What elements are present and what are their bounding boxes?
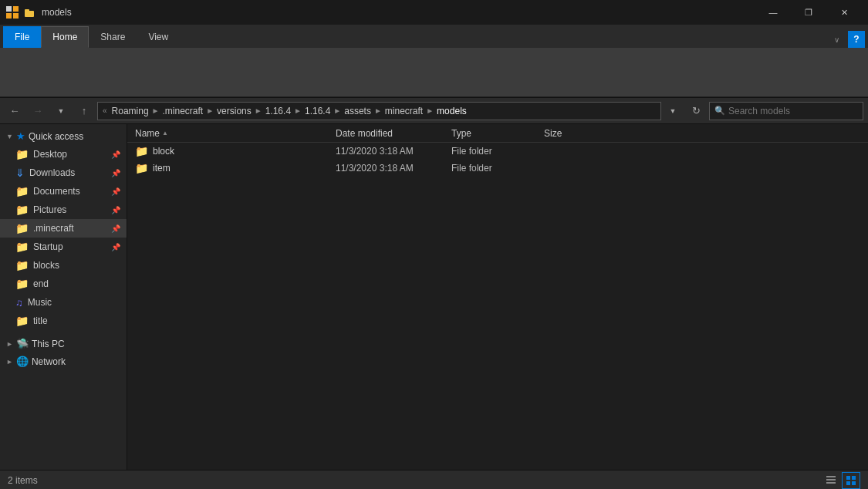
sidebar-item-downloads[interactable]: ⇓ Downloads 📌: [0, 164, 127, 182]
forward-button[interactable]: →: [28, 101, 48, 121]
pc-icon: 🛸: [16, 338, 29, 349]
tab-share[interactable]: Share: [89, 26, 137, 48]
maximize-button[interactable]: ❐: [791, 0, 826, 25]
sidebar-item-blocks[interactable]: 📁 blocks: [0, 256, 127, 275]
file-row-item[interactable]: 📁 item 11/3/2020 3:18 AM File folder: [127, 160, 868, 177]
tab-file[interactable]: File: [3, 26, 41, 48]
sidebar-item-documents-label: Documents: [33, 186, 80, 197]
sidebar-section-quick-access[interactable]: ▼ ★ Quick access: [0, 127, 127, 145]
large-icons-view-icon: [846, 475, 856, 486]
sidebar-item-blocks-label: blocks: [33, 260, 59, 271]
status-view-icons: [822, 472, 860, 489]
sidebar-section-network[interactable]: ► 🌐 Network: [0, 352, 127, 370]
startup-pin-icon: 📌: [111, 243, 120, 251]
ribbon-tabs: File Home Share View ∨ ?: [0, 25, 868, 48]
sort-asc-icon: ▲: [162, 130, 168, 137]
file-date-item: 11/3/2020 3:18 AM: [331, 163, 447, 174]
sidebar-item-documents[interactable]: 📁 Documents 📌: [0, 182, 127, 201]
sidebar-item-downloads-label: Downloads: [29, 167, 75, 178]
sidebar-item-pictures-label: Pictures: [33, 204, 66, 215]
desktop-folder-icon: 📁: [15, 148, 29, 160]
downloads-folder-icon: ⇓: [15, 167, 25, 179]
col-header-date[interactable]: Date modified: [331, 124, 447, 142]
sidebar-item-title[interactable]: 📁 title: [0, 312, 127, 330]
ribbon-content: [0, 48, 868, 97]
column-headers: Name ▲ Date modified Type Size: [127, 124, 868, 143]
up-button[interactable]: ↑: [74, 101, 94, 121]
breadcrumb-minecraft[interactable]: .minecraft: [161, 106, 205, 116]
back-button[interactable]: ←: [5, 101, 25, 121]
help-button[interactable]: ?: [848, 31, 865, 48]
sidebar-item-minecraft-label: .minecraft: [33, 223, 74, 234]
col-header-type[interactable]: Type: [447, 124, 539, 142]
file-name-block: 📁 block: [130, 145, 331, 157]
breadcrumb-roaming[interactable]: Roaming: [110, 106, 150, 116]
music-icon: ♫: [15, 297, 23, 309]
sidebar-item-title-label: title: [33, 315, 48, 326]
sidebar-item-minecraft[interactable]: 📁 .minecraft 📌: [0, 219, 127, 238]
breadcrumb-mc2[interactable]: minecraft: [383, 106, 424, 116]
svg-rect-3: [13, 13, 19, 19]
svg-rect-11: [846, 481, 850, 485]
block-folder-icon: 📁: [135, 145, 148, 157]
sidebar-item-desktop[interactable]: 📁 Desktop 📌: [0, 145, 127, 164]
network-icon: 🌐: [16, 356, 29, 367]
pictures-pin-icon: 📌: [111, 206, 120, 214]
breadcrumb-dropdown-button[interactable]: ▼: [663, 101, 683, 121]
sidebar-item-end-label: end: [33, 278, 49, 289]
col-header-name[interactable]: Name ▲: [130, 124, 331, 142]
tab-home[interactable]: Home: [41, 26, 89, 48]
sidebar-item-desktop-label: Desktop: [33, 149, 67, 160]
details-view-button[interactable]: [822, 472, 840, 489]
svg-rect-5: [25, 9, 29, 12]
quick-access-chevron-icon: ▼: [6, 133, 13, 140]
sidebar-item-music[interactable]: ♫ Music: [0, 293, 127, 312]
search-icon: 🔍: [714, 106, 725, 116]
close-button[interactable]: ✕: [826, 0, 862, 25]
minecraft-folder-icon: 📁: [15, 222, 29, 234]
sidebar-item-end[interactable]: 📁 end: [0, 275, 127, 293]
tab-view[interactable]: View: [137, 26, 180, 48]
breadcrumb-ver1[interactable]: 1.16.4: [264, 106, 292, 116]
window-controls: — ❐ ✕: [755, 0, 862, 25]
title-bar: models — ❐ ✕: [0, 0, 868, 25]
network-chevron-icon: ►: [6, 358, 13, 366]
svg-rect-1: [13, 6, 19, 12]
large-icons-view-button[interactable]: [842, 472, 860, 489]
col-header-size[interactable]: Size: [539, 124, 601, 142]
file-row-block[interactable]: 📁 block 11/3/2020 3:18 AM File folder: [127, 143, 868, 160]
sidebar-section-this-pc[interactable]: ► 🛸 This PC: [0, 335, 127, 352]
svg-rect-10: [852, 476, 856, 480]
svg-rect-8: [826, 482, 836, 484]
breadcrumb-models[interactable]: models: [435, 106, 468, 116]
this-pc-chevron-icon: ►: [6, 340, 13, 348]
refresh-button[interactable]: ↻: [686, 101, 706, 121]
app-icon-2: [23, 6, 35, 19]
recent-button[interactable]: ▼: [51, 101, 71, 121]
app-icon-1: [6, 6, 19, 19]
blocks-folder-icon: 📁: [15, 259, 29, 271]
file-type-item: File folder: [447, 163, 539, 174]
breadcrumb-ver2[interactable]: 1.16.4: [303, 106, 332, 116]
minecraft-pin-icon: 📌: [111, 224, 120, 233]
minimize-button[interactable]: —: [755, 0, 791, 25]
sidebar-item-pictures[interactable]: 📁 Pictures 📌: [0, 201, 127, 219]
status-item-count: 2 items: [8, 475, 38, 486]
startup-folder-icon: 📁: [15, 241, 29, 253]
ribbon-collapse-button[interactable]: ∨: [828, 31, 845, 48]
svg-rect-9: [846, 476, 850, 480]
network-label: Network: [32, 356, 66, 367]
quick-access-label: Quick access: [29, 131, 83, 142]
breadcrumb-assets[interactable]: assets: [343, 106, 373, 116]
svg-rect-2: [6, 13, 12, 19]
svg-rect-0: [6, 6, 12, 12]
search-box: 🔍: [709, 102, 863, 120]
search-input[interactable]: [728, 106, 858, 116]
svg-rect-12: [852, 481, 856, 485]
documents-pin-icon: 📌: [111, 187, 120, 196]
file-type-block: File folder: [447, 146, 539, 157]
sidebar-item-startup[interactable]: 📁 Startup 📌: [0, 238, 127, 256]
breadcrumb-versions[interactable]: versions: [215, 106, 253, 116]
status-bar: 2 items: [0, 470, 868, 489]
file-date-block: 11/3/2020 3:18 AM: [331, 146, 447, 157]
